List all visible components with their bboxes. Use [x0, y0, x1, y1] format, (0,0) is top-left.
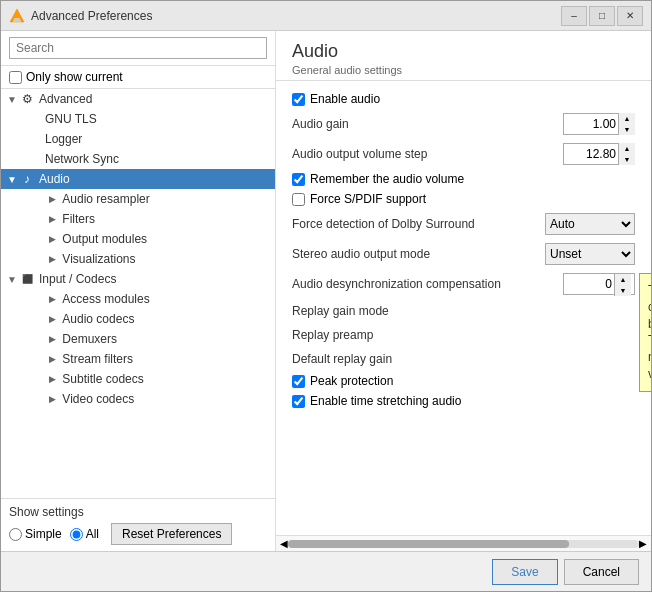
radio-all[interactable]: All	[70, 527, 99, 541]
radio-group: Simple All	[9, 527, 99, 541]
sidebar-item-label: Input / Codecs	[39, 272, 116, 286]
content-body: Enable audio Audio gain ▲ ▼	[276, 81, 651, 535]
sidebar-item-visualizations[interactable]: ▶ Visualizations	[41, 249, 275, 269]
volume-step-up[interactable]: ▲	[619, 143, 635, 154]
sidebar-item-label: Advanced	[39, 92, 92, 106]
sidebar-item-audio-codecs[interactable]: ▶ Audio codecs	[41, 309, 275, 329]
time-stretch-checkbox[interactable]	[292, 395, 305, 408]
audio-children: ▶ Audio resampler ▶ Filters ▶ Output mod…	[1, 189, 275, 269]
sidebar-item-output-modules[interactable]: ▶ Output modules	[41, 229, 275, 249]
codecs-children: ▶ Access modules ▶ Audio codecs ▶ Demuxe…	[1, 289, 275, 409]
sidebar-item-gnu-tls[interactable]: GNU TLS	[41, 109, 275, 129]
scroll-right-arrow[interactable]: ▶	[639, 538, 647, 549]
audio-gain-spinbox[interactable]: ▲ ▼	[563, 113, 635, 135]
audio-gain-down[interactable]: ▼	[619, 124, 635, 135]
default-replay-gain-label: Default replay gain	[292, 352, 635, 366]
maximize-button[interactable]: □	[589, 6, 615, 26]
chevron-right-icon: ▶	[45, 314, 59, 324]
radio-simple-input[interactable]	[9, 528, 22, 541]
volume-step-spinbox[interactable]: ▲ ▼	[563, 143, 635, 165]
sidebar-item-network-sync[interactable]: Network Sync	[41, 149, 275, 169]
radio-simple[interactable]: Simple	[9, 527, 62, 541]
app-icon	[9, 8, 25, 24]
sidebar-item-demuxers[interactable]: ▶ Demuxers	[41, 329, 275, 349]
scroll-left-arrow[interactable]: ◀	[280, 538, 288, 549]
sidebar-item-advanced[interactable]: ▼ ⚙ Advanced	[1, 89, 275, 109]
volume-step-down[interactable]: ▼	[619, 154, 635, 165]
scroll-track[interactable]	[288, 540, 639, 548]
stereo-select[interactable]: Unset Stereo Mono	[545, 243, 635, 265]
audio-icon: ♪	[19, 171, 35, 187]
time-stretch-label: Enable time stretching audio	[310, 394, 461, 408]
sidebar-item-access-modules[interactable]: ▶ Access modules	[41, 289, 275, 309]
sidebar-tree: ▼ ⚙ Advanced GNU TLS Logger Network Sync	[1, 89, 275, 498]
audio-desync-up[interactable]: ▲	[615, 274, 631, 285]
setting-audio-desync: Audio desynchronization compensation ▲ ▼…	[292, 269, 635, 299]
force-spdif-checkbox[interactable]	[292, 193, 305, 206]
chevron-right-icon: ▶	[45, 294, 59, 304]
replay-preamp-label: Replay preamp	[292, 328, 635, 342]
audio-desync-down[interactable]: ▼	[615, 285, 631, 296]
sidebar-item-label: Audio	[39, 172, 70, 186]
only-show-current-label: Only show current	[26, 70, 123, 84]
title-bar: Advanced Preferences – □ ✕	[1, 1, 651, 31]
horizontal-scrollbar[interactable]: ◀ ▶	[276, 535, 651, 551]
setting-replay-gain-mode: Replay gain mode	[292, 299, 635, 323]
audio-desync-spinbox[interactable]: ▲ ▼	[563, 273, 635, 295]
setting-audio-gain: Audio gain ▲ ▼	[292, 109, 635, 139]
footer: Save Cancel	[1, 551, 651, 591]
search-box	[1, 31, 275, 66]
sidebar-item-video-codecs[interactable]: ▶ Video codecs	[41, 389, 275, 409]
stereo-control: Unset Stereo Mono	[545, 243, 635, 265]
chevron-right-icon: ▶	[45, 234, 59, 244]
chevron-down-icon: ▼	[5, 174, 19, 185]
setting-peak-protection: Peak protection	[292, 371, 635, 391]
sidebar-item-logger[interactable]: Logger	[41, 129, 275, 149]
chevron-right-icon: ▶	[45, 214, 59, 224]
main-content: Only show current ▼ ⚙ Advanced GNU TLS L…	[1, 31, 651, 551]
scroll-thumb[interactable]	[288, 540, 569, 548]
setting-dolby: Force detection of Dolby Surround Auto O…	[292, 209, 635, 239]
audio-desync-input[interactable]	[564, 274, 614, 294]
enable-audio-checkbox[interactable]	[292, 93, 305, 106]
content-title: Audio	[292, 41, 635, 62]
sidebar: Only show current ▼ ⚙ Advanced GNU TLS L…	[1, 31, 276, 551]
peak-protection-checkbox[interactable]	[292, 375, 305, 388]
volume-step-input[interactable]	[568, 147, 618, 161]
sidebar-item-filters[interactable]: ▶ Filters	[41, 209, 275, 229]
minimize-button[interactable]: –	[561, 6, 587, 26]
save-button[interactable]: Save	[492, 559, 557, 585]
audio-gain-up[interactable]: ▲	[619, 113, 635, 124]
remember-volume-checkbox[interactable]	[292, 173, 305, 186]
window-controls: – □ ✕	[561, 6, 643, 26]
sidebar-item-subtitle-codecs[interactable]: ▶ Subtitle codecs	[41, 369, 275, 389]
cancel-button[interactable]: Cancel	[564, 559, 639, 585]
content-subtitle: General audio settings	[292, 64, 635, 76]
audio-gain-arrows: ▲ ▼	[618, 113, 635, 135]
sidebar-item-audio[interactable]: ▼ ♪ Audio	[1, 169, 275, 189]
audio-gain-input[interactable]	[568, 117, 618, 131]
reset-preferences-button[interactable]: Reset Preferences	[111, 523, 232, 545]
setting-remember-volume: Remember the audio volume	[292, 169, 635, 189]
chevron-right-icon: ▶	[45, 394, 59, 404]
dolby-control: Auto On Off	[545, 213, 635, 235]
chevron-right-icon: ▶	[45, 374, 59, 384]
audio-desync-control: ▲ ▼ This delays the audio output. The de…	[563, 273, 635, 295]
chevron-right-icon: ▶	[45, 354, 59, 364]
sidebar-item-audio-resampler[interactable]: ▶ Audio resampler	[41, 189, 275, 209]
sidebar-item-input-codecs[interactable]: ▼ ⬛ Input / Codecs	[1, 269, 275, 289]
setting-replay-preamp: Replay preamp	[292, 323, 635, 347]
advanced-children: GNU TLS Logger Network Sync	[1, 109, 275, 169]
dolby-label: Force detection of Dolby Surround	[292, 217, 545, 231]
chevron-right-icon: ▶	[45, 254, 59, 264]
audio-gain-label: Audio gain	[292, 117, 563, 131]
sidebar-item-stream-filters[interactable]: ▶ Stream filters	[41, 349, 275, 369]
radio-all-input[interactable]	[70, 528, 83, 541]
dolby-select[interactable]: Auto On Off	[545, 213, 635, 235]
search-input[interactable]	[9, 37, 267, 59]
only-show-current-checkbox[interactable]	[9, 71, 22, 84]
close-button[interactable]: ✕	[617, 6, 643, 26]
chevron-right-icon: ▶	[45, 194, 59, 204]
svg-rect-1	[14, 18, 20, 20]
volume-step-label: Audio output volume step	[292, 147, 563, 161]
